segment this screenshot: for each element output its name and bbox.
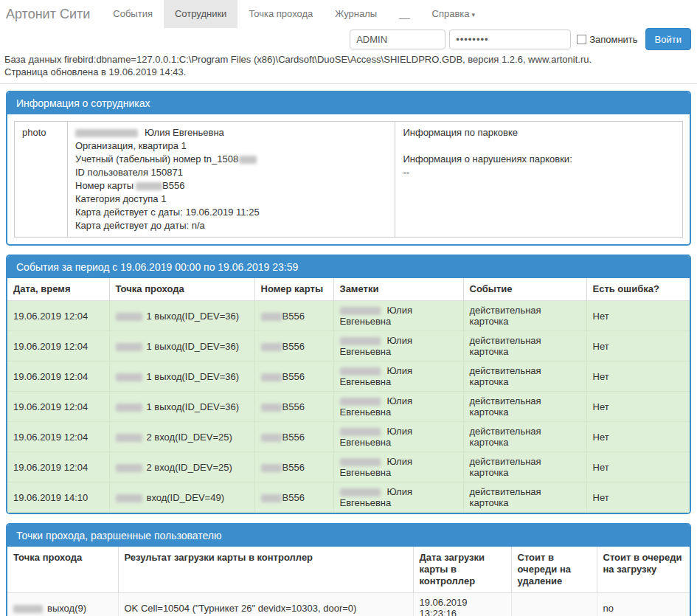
- event-card-cell: B556: [254, 422, 333, 452]
- tab-employees[interactable]: Сотрудники: [164, 0, 237, 28]
- event-note-cell: Юлия Евгеньевна: [333, 361, 463, 392]
- employee-panel-body: photo Юлия Евгеньевна Организация, кварт…: [7, 114, 690, 244]
- username-input[interactable]: [350, 30, 445, 49]
- col-header-load-result: Результат загрузки карты в контроллер: [118, 547, 413, 593]
- event-error-cell: Нет: [586, 331, 690, 361]
- brand-title: Артонит Сити: [6, 0, 90, 28]
- login-bar: Запомнить Войти: [0, 28, 697, 50]
- parking-violations-label: Информация о нарушениях парковки:: [403, 153, 675, 166]
- parking-violations-value: --: [403, 166, 675, 179]
- event-card-cell: B556: [254, 331, 333, 361]
- status-block: База данных firebird:dbname=127.0.0.1:C:…: [0, 50, 697, 84]
- event-error-cell: Нет: [586, 482, 690, 513]
- password-input[interactable]: [449, 30, 571, 49]
- employee-id-line: ID пользователя 150871: [75, 166, 387, 179]
- col-header-point: Точка прохода: [109, 278, 254, 301]
- employee-name: Юлия Евгеньевна: [145, 127, 224, 138]
- event-point-cell: 1 выход(ID_DEV=36): [109, 392, 254, 422]
- redacted-text: [340, 428, 381, 436]
- col-header-datetime: Дата, время: [7, 278, 109, 301]
- access-row: выход(9) OK Cell=10504 ("Турникет 26" de…: [7, 593, 690, 616]
- col-header-access-point: Точка прохода: [7, 547, 118, 593]
- login-button[interactable]: Войти: [645, 28, 691, 50]
- event-error-cell: Нет: [586, 301, 690, 331]
- event-error-cell: Нет: [586, 452, 690, 482]
- event-point-text: 1 выход(ID_DEV=36): [147, 311, 240, 322]
- tab-underscore[interactable]: __: [388, 0, 420, 28]
- db-info-text: База данных firebird:dbname=127.0.0.1:C:…: [4, 53, 693, 66]
- access-points-panel: Точки прохода, разршенные пользователю Т…: [6, 523, 691, 616]
- remember-option: Запомнить: [577, 34, 637, 45]
- event-row: 19.06.2019 12:04 2 вход(ID_DEV=25) B556 …: [7, 452, 690, 482]
- menu-help-label: Справка: [432, 8, 470, 19]
- redacted-text: [116, 373, 142, 381]
- redacted-text: [13, 605, 43, 613]
- redacted-text: [261, 313, 282, 321]
- col-header-error: Есть ошибка?: [586, 278, 690, 301]
- photo-placeholder: photo: [15, 122, 68, 238]
- event-time-cell: 19.06.2019 12:04: [7, 392, 109, 422]
- event-card-text: B556: [282, 311, 305, 322]
- top-navbar: Артонит Сити События Сотрудники Точка пр…: [0, 0, 697, 28]
- events-header-row: Дата, время Точка прохода Номер карты За…: [7, 278, 690, 301]
- access-header-row: Точка прохода Результат загрузки карты в…: [7, 547, 690, 593]
- col-header-load-date: Дата загрузки карты в контроллер: [413, 547, 511, 593]
- event-row: 19.06.2019 12:04 1 выход(ID_DEV=36) B556…: [7, 301, 690, 331]
- col-header-queue-delete: Стоит в очереди на удаление: [511, 547, 597, 593]
- tab-journals[interactable]: Журналы: [324, 0, 388, 28]
- event-card-text: B556: [282, 341, 305, 352]
- employee-card-suffix: B556: [162, 180, 184, 191]
- event-point-text: 1 выход(ID_DEV=36): [147, 401, 240, 412]
- event-card-text: B556: [282, 371, 305, 382]
- event-note-cell: Юлия Евгеньевна: [333, 482, 463, 513]
- access-queue-delete-cell: [511, 593, 597, 616]
- parking-title: Информация по парковке: [403, 126, 675, 139]
- col-header-notes: Заметки: [333, 278, 463, 301]
- page-root: Артонит Сити События Сотрудники Точка пр…: [0, 0, 697, 616]
- event-card-cell: B556: [254, 361, 333, 392]
- employee-name-line: Юлия Евгеньевна: [75, 126, 387, 139]
- redacted-text: [340, 488, 381, 496]
- event-card-cell: B556: [254, 392, 333, 422]
- events-panel: События за период с 19.06.2019 00:00 по …: [6, 255, 691, 514]
- event-note-cell: Юлия Евгеньевна: [333, 392, 463, 422]
- menu-help[interactable]: Справка▾: [421, 0, 487, 28]
- event-row: 19.06.2019 12:04 1 выход(ID_DEV=36) B556…: [7, 392, 690, 422]
- event-type-cell: действительная карточка: [463, 301, 586, 331]
- employee-card-label: Номер карты: [75, 180, 133, 191]
- event-point-cell: вход(ID_DEV=49): [109, 482, 254, 513]
- chevron-down-icon: ▾: [472, 11, 476, 18]
- redacted-text: [261, 373, 282, 381]
- access-date-cell: 19.06.2019 13:23:16: [413, 593, 511, 616]
- event-point-text: 1 выход(ID_DEV=36): [147, 371, 240, 382]
- employee-info-table: photo Юлия Евгеньевна Организация, кварт…: [14, 121, 683, 238]
- event-card-cell: B556: [254, 452, 333, 482]
- event-type-cell: действительная карточка: [463, 392, 586, 422]
- event-row: 19.06.2019 12:04 1 выход(ID_DEV=36) B556…: [7, 361, 690, 392]
- tab-access-point[interactable]: Точка прохода: [237, 0, 324, 28]
- redacted-text: [340, 337, 381, 345]
- col-header-card: Номер карты: [254, 278, 333, 301]
- access-points-table: Точка прохода Результат загрузки карты в…: [7, 547, 690, 616]
- redacted-text: [261, 494, 282, 502]
- col-header-queue-load: Стоит в очереди на загрузку: [597, 547, 690, 593]
- tab-events[interactable]: События: [102, 0, 164, 28]
- event-row: 19.06.2019 14:10 вход(ID_DEV=49) B556 Юл…: [7, 482, 690, 513]
- remember-checkbox[interactable]: [577, 35, 586, 44]
- event-time-cell: 19.06.2019 12:04: [7, 422, 109, 452]
- access-result-cell: OK Cell=10504 ("Турникет 26" devidx=1030…: [118, 593, 413, 616]
- employee-tn-line: Учетный (табельный) номер tn_1508: [75, 153, 387, 166]
- col-header-event: Событие: [463, 278, 586, 301]
- event-point-text: 2 вход(ID_DEV=25): [147, 462, 232, 473]
- remember-label: Запомнить: [589, 34, 637, 45]
- event-point-text: вход(ID_DEV=49): [147, 492, 224, 503]
- event-time-cell: 19.06.2019 12:04: [7, 331, 109, 361]
- employee-valid-to-line: Карта действует до даты: n/a: [75, 219, 387, 232]
- event-row: 19.06.2019 12:04 2 вход(ID_DEV=25) B556 …: [7, 422, 690, 452]
- parking-spacer: [403, 139, 675, 153]
- redacted-text: [116, 494, 142, 502]
- redacted-text: [261, 404, 282, 412]
- event-note-cell: Юлия Евгеньевна: [333, 301, 463, 331]
- event-time-cell: 19.06.2019 12:04: [7, 301, 109, 331]
- event-point-cell: 1 выход(ID_DEV=36): [109, 301, 254, 331]
